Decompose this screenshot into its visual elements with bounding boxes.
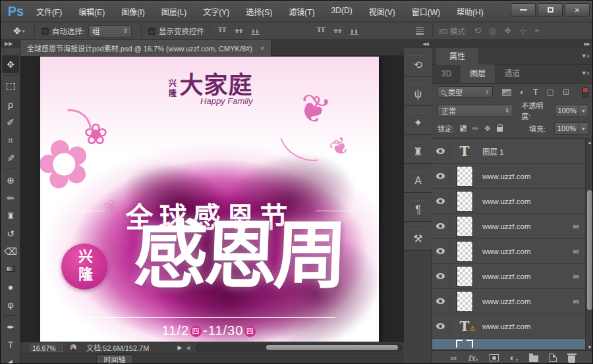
dropdown-icon[interactable]: ▾	[579, 123, 588, 134]
layer-name[interactable]: 图层 1	[482, 146, 593, 157]
menu-item[interactable]: 编辑(E)	[78, 6, 105, 17]
layer-thumbnail[interactable]	[457, 191, 473, 212]
new-layer-button[interactable]	[550, 353, 557, 362]
layer-name[interactable]: www.uzzf.com	[482, 247, 573, 255]
align-bottom-edges-button[interactable]	[248, 24, 262, 38]
panel-collapse-icon[interactable]: ▶▶	[432, 40, 593, 48]
align-left-edges-button[interactable]	[265, 24, 279, 38]
visibility-eye-icon[interactable]	[436, 198, 445, 204]
lock-transparent-pixels-icon[interactable]	[460, 125, 466, 132]
blur-tool[interactable]: ●	[1, 278, 20, 296]
hscroll-thumb[interactable]	[266, 345, 397, 350]
auto-select-dropdown[interactable]: 组 ⇕	[88, 25, 132, 38]
layer-style-button[interactable]: fx▾	[468, 354, 478, 362]
type-tool[interactable]: T	[1, 336, 20, 353]
layer-row[interactable]: www.uzzf.com∞	[432, 264, 593, 289]
distribute-horizontal-centers-button[interactable]	[380, 24, 394, 38]
pen-tool[interactable]: ✒	[1, 318, 20, 336]
align-top-edges-button[interactable]	[215, 24, 229, 38]
move-tool[interactable]: ✥	[2, 55, 19, 73]
tool-preset-caret-icon[interactable]: ▾	[22, 28, 25, 34]
menu-item[interactable]: 视图(V)	[369, 6, 395, 17]
visibility-eye-icon[interactable]	[436, 148, 445, 154]
canvas[interactable]: 兴隆 大家庭 Happy Family 全球感恩节 兴隆 感恩周 11/2四-1…	[20, 56, 404, 342]
strip-collapse-icon[interactable]: ◀◀	[404, 40, 432, 48]
panel-menu-icon[interactable]: ▼≡	[581, 53, 589, 59]
history-panel-button[interactable]: ⟲	[404, 48, 432, 77]
lock-position-icon[interactable]: ✥	[484, 125, 490, 132]
tab-properties[interactable]: 属性	[436, 48, 478, 65]
lock-image-pixels-icon[interactable]: ✏	[472, 125, 478, 132]
layer-name[interactable]: www.uzzf.com	[482, 273, 573, 280]
new-group-button[interactable]	[529, 355, 538, 362]
visibility-eye-icon[interactable]	[436, 273, 445, 279]
marquee-tool[interactable]	[1, 78, 20, 95]
3d-rotate-icon[interactable]: ⟲	[474, 26, 481, 36]
filter-type-layers-icon[interactable]: T	[533, 88, 538, 96]
filter-pixel-layers-icon[interactable]	[502, 89, 511, 96]
healing-brush-tool[interactable]: ⊕	[1, 171, 20, 189]
lasso-tool[interactable]: ρ	[1, 95, 20, 113]
clone-stamp-tool[interactable]: ♜	[1, 207, 20, 224]
menu-item[interactable]: 3D(D)	[331, 6, 353, 17]
layer-row[interactable]: T⚠www.uzzf.com	[432, 314, 593, 339]
distribute-left-edges-button[interactable]	[364, 24, 378, 38]
timeline-tab[interactable]: 时间轴	[96, 354, 133, 364]
filter-smart-object-icon[interactable]: ⊡	[563, 88, 569, 96]
brush-presets-panel-button[interactable]: ✦	[404, 106, 432, 135]
distribute-right-edges-button[interactable]	[397, 24, 410, 38]
link-layers-button[interactable]: ∞	[451, 353, 457, 362]
3d-scale-icon[interactable]: ⌖	[534, 26, 539, 36]
layer-thumbnail[interactable]	[457, 291, 473, 312]
brush-panel-button[interactable]: ψ	[404, 77, 432, 106]
menu-item[interactable]: 选择(S)	[246, 6, 272, 17]
align-right-edges-button[interactable]	[298, 24, 312, 38]
tool-presets-panel-button[interactable]: ⚒	[404, 222, 432, 251]
scroll-down-icon[interactable]: ▼	[586, 345, 593, 350]
filter-toggle-switch[interactable]	[582, 88, 588, 97]
close-button[interactable]: ✕	[565, 3, 590, 16]
layer-row[interactable]: www.uzzf.com∞	[432, 214, 593, 239]
add-layer-mask-button[interactable]	[490, 354, 499, 361]
menu-item[interactable]: 图层(L)	[161, 6, 187, 17]
opacity-field[interactable]: 100% ▾	[555, 105, 588, 117]
layer-name[interactable]: www.uzzf.com	[482, 222, 573, 230]
crop-tool[interactable]: ⌗	[1, 131, 20, 149]
adjustment-layer-button[interactable]: ◐▾	[510, 353, 518, 362]
layer-thumbnail[interactable]	[457, 241, 473, 262]
layer-row-selected[interactable]	[432, 339, 593, 349]
distribute-top-edges-button[interactable]	[314, 24, 328, 38]
layer-name[interactable]: www.uzzf.com	[482, 298, 573, 305]
document-tab[interactable]: 全球感恩节海报设计psd素材.psd @ 16.7% (www.uzzf.com…	[20, 40, 271, 56]
tab-3d[interactable]: 3D	[432, 65, 461, 83]
dodge-tool[interactable]: φ	[1, 296, 20, 313]
filter-shape-layers-icon[interactable]: ▢	[547, 88, 554, 96]
layer-row[interactable]: T图层 1	[432, 139, 593, 164]
history-brush-tool[interactable]: ↺	[1, 224, 20, 242]
distribute-vertical-centers-button[interactable]	[331, 24, 345, 38]
dropdown-icon[interactable]: ▾	[579, 105, 588, 117]
scroll-up-icon[interactable]: ▲	[586, 140, 593, 145]
zoom-level-field[interactable]: 16.67%	[30, 344, 63, 352]
horizontal-scrollbar[interactable]	[196, 344, 403, 351]
status-flyout-icon[interactable]: ▶	[177, 344, 182, 351]
clone-source-panel-button[interactable]: ♜	[404, 135, 432, 164]
visibility-eye-icon[interactable]	[436, 298, 445, 304]
layer-name[interactable]: www.uzzf.com	[482, 172, 593, 180]
show-transform-checkbox[interactable]	[148, 28, 155, 35]
panel-menu-icon[interactable]: ▼≡	[581, 70, 589, 76]
options-grip[interactable]	[3, 25, 8, 37]
visibility-eye-icon[interactable]	[436, 323, 445, 329]
menu-item[interactable]: 帮助(H)	[457, 6, 484, 17]
align-vertical-centers-button[interactable]	[232, 24, 246, 38]
type-layer-icon[interactable]: T	[460, 143, 470, 159]
lock-all-icon[interactable]	[497, 127, 503, 132]
tab-channels[interactable]: 通道	[495, 65, 529, 83]
maximize-button[interactable]	[538, 3, 563, 16]
auto-align-layers-button[interactable]	[413, 24, 427, 38]
brush-tool[interactable]: ✏	[1, 189, 20, 207]
align-horizontal-centers-button[interactable]	[281, 24, 295, 38]
menu-item[interactable]: 窗口(W)	[412, 6, 440, 17]
layer-row[interactable]: www.uzzf.com	[432, 189, 593, 214]
visibility-eye-icon[interactable]	[436, 173, 445, 179]
